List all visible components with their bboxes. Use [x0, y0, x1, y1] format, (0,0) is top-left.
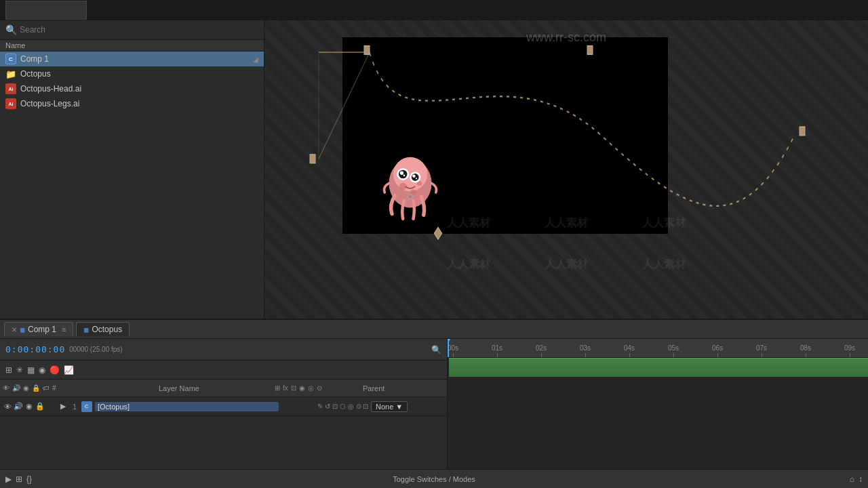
parent-col-header: Parent [363, 384, 444, 392]
timeline-column-headers: 👁 🔊 ◉ 🔒 🏷 # Layer Name ⊞ fx ⊡ ◉ ◎ ⊙ [0, 380, 447, 397]
layer-row-1[interactable]: 👁 🔊 ◉ 🔒 ▶ 1 C [Octopus] ✎ ↺ ⊡ ⬡ ◎ ⊙ [0, 397, 447, 416]
timeline-search: 🔍 [431, 345, 441, 354]
tab-label-octopus: Octopus [92, 325, 122, 334]
layer-reset-icon[interactable]: ↺ [325, 403, 330, 410]
search-icon: 🔍 [5, 24, 17, 35]
corner-icon-comp1: ◢ [253, 56, 258, 63]
project-item-label-octopus-head: Octopus-Head.ai [20, 84, 81, 94]
effect2-icon: ◉ [299, 384, 305, 392]
layer-lock-icon[interactable]: 🔒 [35, 402, 45, 411]
effect3-icon: ◎ [308, 384, 314, 392]
layer-parent-value: None [376, 403, 393, 411]
switches-col: 👁 🔊 ◉ 🔒 🏷 # [3, 384, 138, 392]
timeline-panel: ✕ ◼ Comp 1 ≡ ◼ Octopus 0:00:00:00 00000 … [0, 319, 868, 488]
ruler-tick-2: 02s [536, 344, 547, 357]
tool-solo-icon[interactable]: ◉ [39, 365, 45, 375]
playhead-triangle [448, 339, 451, 344]
ruler-tick-8: 08s [800, 344, 811, 357]
ruler-tick-4: 04s [624, 344, 635, 357]
ai-icon-octopus-head: Ai [5, 83, 16, 94]
eye-switch-icon: 👁 [3, 384, 9, 392]
ruler-tick-3: 03s [580, 344, 591, 357]
project-item-label-octopus: Octopus [20, 69, 51, 79]
folder-icon-octopus: 📁 [5, 68, 16, 79]
timeline-fps: 00000 (25.00 fps) [69, 346, 122, 353]
svg-point-20 [412, 174, 419, 181]
timeline-bottom-right-icons: ⌂ ↕ [850, 474, 863, 484]
timeline-bottom-left-icons: ▶ ⊞ {} [5, 474, 32, 484]
tl-expand-icon[interactable]: ⊞ [16, 474, 22, 484]
toggle-switches-label[interactable]: Toggle Switches / Modes [393, 475, 475, 483]
switches-icon: ⊞ [275, 384, 280, 392]
svg-point-18 [403, 174, 406, 176]
layer-adj-icon[interactable]: ⊙ [356, 403, 361, 410]
tab-label-comp1: Comp 1 [28, 325, 56, 334]
tool-stagger-icon[interactable]: ⊞ [5, 365, 12, 375]
tool-motion-icon[interactable]: ✳ [16, 365, 23, 375]
layer-name-col-header: Layer Name [138, 384, 275, 392]
comp-tab-icon: ◼ [20, 326, 25, 333]
timeline-right: 00s 01s 02s 03s [448, 339, 868, 469]
project-item-octopus-legs[interactable]: Ai Octopus-Legs.ai [0, 96, 264, 111]
project-item-label-octopus-legs: Octopus-Legs.ai [20, 99, 79, 108]
project-column-header: Name [0, 39, 264, 52]
layer-parent-dropdown[interactable]: None ▼ [371, 401, 408, 412]
timeline-tabs: ✕ ◼ Comp 1 ≡ ◼ Octopus [0, 320, 868, 339]
layer-vis-icons: 👁 🔊 ◉ 🔒 [3, 402, 57, 411]
layer-motion-icon[interactable]: ◎ [348, 403, 354, 410]
timeline-search-icon[interactable]: 🔍 [431, 345, 441, 354]
ruler-tick-0: 00s [448, 344, 458, 357]
layer-bar-1[interactable] [449, 358, 868, 377]
ruler-tick-9: 09s [844, 344, 855, 357]
timeline-header-row: 0:00:00:00 00000 (25.00 fps) 🔍 [0, 339, 447, 361]
top-bar [0, 0, 868, 20]
project-item-octopus[interactable]: 📁 Octopus [0, 66, 264, 81]
ruler-tick-7: 07s [756, 344, 767, 357]
comp-icon: C [5, 54, 16, 64]
fx-col-header: ⊞ fx ⊡ ◉ ◎ ⊙ [275, 384, 363, 392]
ruler-tick-5: 05s [668, 344, 679, 357]
project-item-comp1[interactable]: C Comp 1 ◢ [0, 52, 264, 66]
layer-name[interactable]: [Octopus] [95, 402, 279, 411]
svg-point-22 [416, 178, 417, 179]
label-switch-icon: 🏷 [43, 384, 50, 392]
tab-menu-icon[interactable]: ≡ [62, 325, 66, 333]
timeline-bars[interactable] [448, 358, 868, 469]
octopus-character [380, 152, 441, 220]
project-item-label-comp1: Comp 1 [20, 54, 49, 64]
tl-graph-icon[interactable]: {} [26, 474, 32, 484]
layer-solo-icon[interactable]: ◉ [24, 402, 34, 411]
layer-collapse-icon[interactable]: ▶ [58, 402, 68, 411]
solo-switch-icon: ◉ [23, 384, 29, 392]
tl-end-icon[interactable]: ↕ [859, 474, 863, 484]
project-search-input[interactable] [20, 25, 258, 35]
svg-point-17 [400, 171, 403, 175]
layer-fx-icons: ✎ ↺ ⊡ ⬡ ◎ ⊙ [280, 403, 361, 410]
layer-3d-icon[interactable]: ⬡ [340, 403, 346, 410]
timeline-tab-octopus[interactable]: ◼ Octopus [76, 322, 130, 336]
effect4-icon: ⊙ [317, 384, 322, 392]
layer-audio-icon[interactable]: 🔊 [14, 402, 23, 411]
timeline-tab-comp1[interactable]: ✕ ◼ Comp 1 ≡ [4, 322, 73, 336]
layer-pen-icon[interactable]: ✎ [317, 403, 323, 410]
timeline-ruler: 00s 01s 02s 03s [448, 339, 868, 358]
ai-icon-octopus-legs: Ai [5, 98, 16, 109]
lock-switch-icon: 🔒 [32, 384, 40, 392]
blend-icon: ⊡ [291, 384, 296, 392]
tool-render-icon[interactable]: 🔴 [50, 365, 60, 375]
playhead[interactable] [448, 339, 449, 357]
tl-home-icon[interactable]: ⌂ [850, 474, 854, 484]
audio-switch-icon: 🔊 [12, 384, 20, 392]
layer-parent-section: ⊡ None ▼ [363, 401, 444, 412]
layer-parent-icon: ⊡ [363, 403, 368, 410]
tool-camera-icon[interactable]: ▦ [27, 365, 35, 375]
tab-close-comp1[interactable]: ✕ [12, 326, 17, 333]
tl-preview-icon[interactable]: ▶ [5, 474, 12, 484]
project-item-octopus-head[interactable]: Ai Octopus-Head.ai [0, 81, 264, 96]
layer-eye-icon[interactable]: 👁 [3, 403, 12, 411]
octopus-tab-icon: ◼ [83, 326, 89, 333]
ruler-tick-6: 06s [712, 344, 723, 357]
tool-graph-icon[interactable]: 📈 [64, 365, 74, 375]
timeline-timecode: 0:00:00:00 [5, 344, 65, 354]
num-switch-icon: # [52, 384, 56, 392]
